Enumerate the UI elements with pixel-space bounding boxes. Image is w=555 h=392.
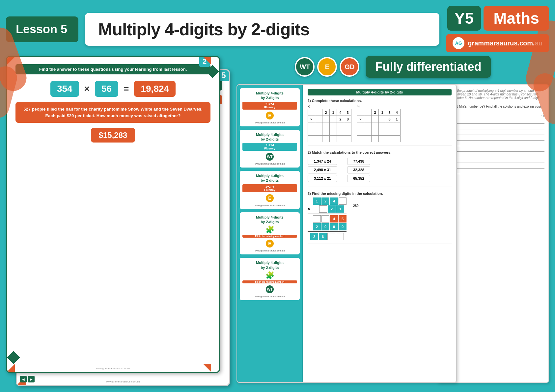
ws-q1-table-b: 3154 ×31: [357, 109, 401, 142]
mn-cell-14: 0: [330, 223, 338, 230]
slide1-equation: 354 × 56 = 19,824: [15, 81, 210, 97]
lesson-badge: Lesson 5: [6, 16, 78, 42]
grammar-logo: AG: [453, 37, 464, 49]
ws-match-left-2: 2,498 x 31: [308, 166, 337, 173]
ws-q3-row-3: 2 6: [308, 233, 347, 240]
ws-match-right-3: 65,352: [347, 175, 370, 182]
mn-cell-1: 1: [313, 197, 321, 205]
ws-q3-label: 3) Find the missing digits in the calcul…: [308, 192, 452, 196]
mn-cell-18: [327, 233, 335, 240]
ws-q3-answer-hint: 289: [353, 204, 359, 208]
diff-circles: WT E GD: [295, 57, 359, 77]
ws-s5-puzzle-icon: 🧩: [242, 271, 297, 280]
ws-s4-title: Multiply 4-digitsby 2-digits: [242, 215, 297, 224]
year-maths-area: Y5 Maths AG grammarsaurus.com.au: [446, 6, 549, 52]
ws-match-right-2: 32,328: [347, 166, 370, 173]
ws-s5-level: WT: [265, 285, 274, 294]
slide1-corner-bl: [7, 364, 15, 372]
ws-fr-line-10: [442, 170, 544, 174]
mn-cell-17: 6: [319, 233, 327, 240]
lesson-label: Lesson 5: [16, 22, 67, 36]
ws-s4-fill: Fill in the missing number!: [242, 235, 297, 238]
ws-fr-line-6: [442, 147, 544, 152]
ws-q2-left-items: 1,347 x 24 2,498 x 31 3,112 x 21: [308, 156, 337, 183]
mn-cell-3: 4: [330, 197, 338, 205]
slide1-corner-tr: [203, 57, 211, 65]
ws-q3-mult-sym: ×: [308, 207, 310, 211]
ws-fr-line-7: [442, 153, 544, 157]
ws-s2-level: WT: [265, 152, 274, 161]
ws-q1-grid-a: a) 2143 ×28: [308, 105, 351, 142]
ws-q3-grid: 1 2 4 ×: [308, 197, 347, 240]
nav-right-arrow[interactable]: ▶: [28, 376, 35, 382]
circle-gd: GD: [340, 57, 359, 77]
ws-section-1: Multiply 4-digitsby 2-digits 2+2=4Fluenc…: [240, 88, 300, 126]
ws-q3-row-2: 2 9 0 0: [308, 223, 347, 230]
ws-q3-row-mult: × 2 1: [308, 205, 347, 213]
slide1-corner-br: [203, 364, 211, 372]
slide1-answer-badge: $15,283: [91, 128, 135, 143]
ws-match-row-3: 3,112 x 21: [308, 175, 337, 182]
ws-fr-hint: ...which is the product of multiplying a…: [442, 89, 544, 103]
ws-q3-grid-area: 1 2 4 ×: [308, 197, 347, 240]
ws-fr-line-4: [442, 136, 544, 141]
ws-match-left-3: 3,112 x 21: [308, 175, 337, 182]
slide1-num1: 354: [50, 81, 79, 97]
ws-s3-title: Multiply 4-digitsby 2-digits: [242, 173, 297, 183]
ws-q3-row-1: 4 5: [308, 215, 347, 222]
slide1-content: Find the answer to these questions using…: [12, 62, 214, 144]
ws-q3-row-top: 1 2 4: [308, 197, 347, 205]
ws-match-left-1: 1,347 x 24: [308, 158, 337, 165]
mn-cell-19: [336, 233, 344, 240]
ws-q3-divider-2: [308, 231, 347, 232]
diff-header: WT E GD Fully differentiated: [236, 56, 549, 78]
mn-cell-11: 5: [339, 215, 347, 222]
ws-s4-level: E: [265, 239, 274, 248]
mn-cell-5: [319, 205, 327, 213]
ws-s1-fluency: 2+2=4Fluency: [242, 102, 297, 110]
slides-area: 5 Multiply 4-digits by 2-digits Complete…: [6, 56, 230, 386]
mn-cell-9: [321, 215, 329, 222]
ws-q1-grids: a) 2143 ×28: [308, 105, 452, 142]
fully-differentiated-badge: Fully differentiated: [366, 56, 490, 78]
circle-e: E: [317, 57, 337, 77]
ws-fr-line-3: [442, 130, 544, 135]
ws-q2-match-container: 1,347 x 24 2,498 x 31 3,112 x 21: [308, 156, 452, 183]
ws-fr-page: 12: [442, 115, 544, 118]
header: Lesson 5 Multiply 4-digits by 2-digits Y…: [6, 6, 549, 52]
ws-s2-fluency: 2+2=4Fluency: [242, 143, 297, 151]
slide1-equals: =: [124, 84, 129, 94]
mn-cell-2: 2: [321, 197, 329, 205]
ws-q2-label: 2) Match the calculations to the correct…: [308, 150, 452, 154]
ws-s2-title: Multiply 4-digitsby 2-digits: [242, 132, 297, 142]
nav-left-arrow[interactable]: ◀: [20, 376, 27, 382]
ws-s1-footer: www.grammarsaurus.com.au: [242, 121, 297, 124]
ws-q2-right-items: 77,438 32,328 65,352: [347, 156, 370, 183]
ws-match-row-1: 1,347 x 24: [308, 158, 337, 165]
ws-fr-line-8: [442, 158, 544, 163]
ws-q1-section: 1) Complete these calculations. a) 2143 …: [308, 99, 452, 146]
ws-match-row-2: 2,498 x 31: [308, 166, 337, 173]
ws-fr-line-5: [442, 142, 544, 146]
slide1-operator: ×: [84, 84, 90, 94]
ws-fr-line-2: [442, 125, 544, 129]
ws-section-3: Multiply 4-digitsby 2-digits 2+2=4Fluenc…: [240, 171, 300, 209]
ws-left-col: Multiply 4-digitsby 2-digits 2+2=4Fluenc…: [237, 85, 303, 382]
ws-s3-footer: www.grammarsaurus.com.au: [242, 204, 297, 206]
title-box: Multiply 4-digits by 2-digits: [85, 13, 439, 46]
ws-s3-level: E: [265, 194, 274, 203]
right-area: WT E GD Fully differentiated ...which is…: [236, 56, 549, 386]
slide1-answer: $15,283: [15, 128, 210, 143]
ws-fr-question: What could Mia's number be? Find all the…: [442, 105, 544, 112]
diamond-deco-2: [7, 351, 20, 364]
ws-s3-fluency: 2+2=4Fluency: [242, 184, 297, 192]
year-badge: Y5: [447, 6, 481, 31]
ws-s2-footer: www.grammarsaurus.com.au: [242, 163, 297, 165]
ws-q1-grid-b: b) 3154 ×31: [357, 105, 401, 142]
ws-match-right-row-3: 65,352: [347, 175, 370, 182]
slide2-footer: www.grammarsaurus.com.au: [106, 380, 140, 383]
ws-q3-section: 3) Find the missing digits in the calcul…: [308, 192, 452, 244]
worksheets-area: ...which is the product of multiplying a…: [236, 84, 549, 386]
year-maths-row: Y5 Maths: [447, 6, 549, 31]
ws-s4-puzzle-icon: 🧩: [242, 225, 297, 234]
